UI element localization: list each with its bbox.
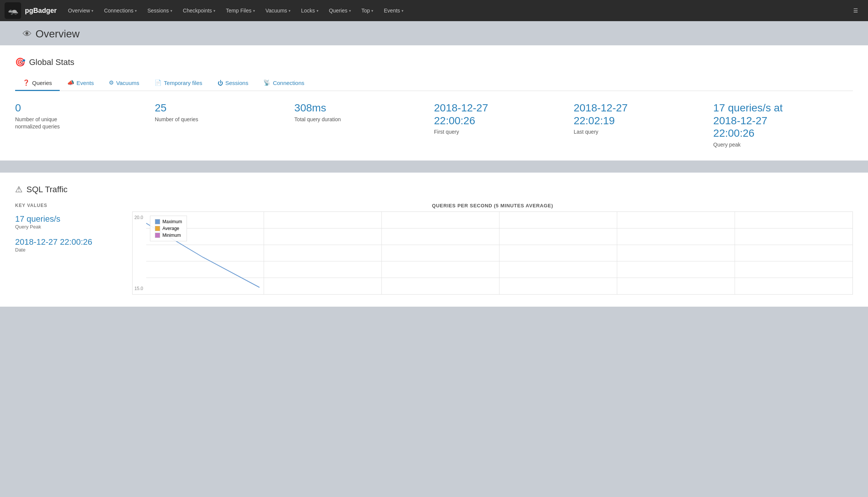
legend-item-average: Average <box>155 226 182 231</box>
chevron-down-icon: ▾ <box>253 9 255 13</box>
legend-color <box>155 233 160 238</box>
sql-traffic-title: ⚠ SQL Traffic <box>15 185 853 194</box>
tab-icon: ⏻ <box>218 80 223 86</box>
nav-item-top[interactable]: Top▾ <box>356 0 379 21</box>
stats-tabs: ❓Queries📣Events⚙Vacuums📄Temporary files⏻… <box>15 76 853 91</box>
legend-item-minimum: Minimum <box>155 233 182 238</box>
tab-sessions[interactable]: ⏻Sessions <box>210 76 256 91</box>
stat-item-5: 17 queries/s at2018-12-2722:00:26Query p… <box>713 102 853 148</box>
kv-label: Date <box>15 247 121 253</box>
stat-item-4: 2018-12-2722:02:19Last query <box>574 102 714 148</box>
nav-item-vacuums[interactable]: Vacuums▾ <box>260 0 296 21</box>
nav-item-queries[interactable]: Queries▾ <box>324 0 356 21</box>
chart-inner: MaximumAverageMinimum <box>146 212 853 294</box>
global-stats-card: 🎯 Global Stats ❓Queries📣Events⚙Vacuums📄T… <box>0 45 868 161</box>
stat-item-0: 0Number of uniquenormalized queries <box>15 102 155 148</box>
chevron-down-icon: ▾ <box>349 9 351 13</box>
tab-icon: ⚙ <box>109 79 114 86</box>
nav-item-locks[interactable]: Locks▾ <box>296 0 324 21</box>
global-stats-title: 🎯 Global Stats <box>15 57 853 67</box>
page-header: 👁 Overview <box>0 21 868 45</box>
chevron-down-icon: ▾ <box>213 9 215 13</box>
stat-value: 2018-12-2722:00:26 <box>434 102 574 127</box>
nav-item-sessions[interactable]: Sessions▾ <box>142 0 178 21</box>
stat-value: 2018-12-2722:02:19 <box>574 102 714 127</box>
nav-item-events[interactable]: Events▾ <box>378 0 409 21</box>
stat-label: Last query <box>574 128 714 136</box>
key-values-label: KEY VALUES <box>15 203 121 208</box>
chevron-down-icon: ▾ <box>371 9 373 13</box>
chevron-down-icon: ▾ <box>91 9 93 13</box>
stat-label: Query peak <box>713 141 853 149</box>
chevron-down-icon: ▾ <box>135 9 137 13</box>
chart-title: QUERIES PER SECOND (5 MINUTES AVERAGE) <box>132 203 853 208</box>
kv-value: 2018-12-27 22:00:26 <box>15 237 121 247</box>
legend-label: Maximum <box>162 219 182 224</box>
chart-area: 20.0 15.0 <box>132 211 853 295</box>
sql-traffic-card: ⚠ SQL Traffic KEY VALUES 17 queries/sQue… <box>0 173 868 307</box>
stats-icon: 🎯 <box>15 57 25 67</box>
nav-item-temp-files[interactable]: Temp Files▾ <box>221 0 260 21</box>
stats-row: 0Number of uniquenormalized queries25Num… <box>15 102 853 148</box>
stat-label: Total query duration <box>294 116 434 123</box>
brand-name: pgBadger <box>25 7 57 15</box>
legend-label: Minimum <box>162 233 181 238</box>
tab-temporary-files[interactable]: 📄Temporary files <box>147 76 210 91</box>
kv-value: 17 queries/s <box>15 214 121 224</box>
legend-color <box>155 219 160 224</box>
key-values-panel: KEY VALUES 17 queries/sQuery Peak2018-12… <box>15 203 128 295</box>
chevron-down-icon: ▾ <box>402 9 403 13</box>
tab-events[interactable]: 📣Events <box>60 76 102 91</box>
kv-label: Query Peak <box>15 224 121 230</box>
stat-label: First query <box>434 128 574 136</box>
stat-label: Number of uniquenormalized queries <box>15 116 155 131</box>
tab-icon: ❓ <box>23 79 30 86</box>
legend-item-maximum: Maximum <box>155 219 182 224</box>
page-title: Overview <box>36 28 80 40</box>
nav-item-overview[interactable]: Overview▾ <box>63 0 99 21</box>
traffic-icon: ⚠ <box>15 185 23 194</box>
chart-y-axis: 20.0 15.0 <box>133 212 146 294</box>
stat-item-2: 308msTotal query duration <box>294 102 434 148</box>
nav-item-checkpoints[interactable]: Checkpoints▾ <box>178 0 221 21</box>
kv-item-1: 2018-12-27 22:00:26Date <box>15 237 121 253</box>
tab-vacuums[interactable]: ⚙Vacuums <box>101 76 147 91</box>
brand-icon: 🦡 <box>5 2 21 19</box>
chevron-down-icon: ▾ <box>170 9 172 13</box>
main-nav: 🦡 pgBadger Overview▾Connections▾Sessions… <box>0 0 868 21</box>
kv-item-0: 17 queries/sQuery Peak <box>15 214 121 230</box>
chart-legend: MaximumAverageMinimum <box>150 216 187 241</box>
nav-item-connections[interactable]: Connections▾ <box>99 0 142 21</box>
legend-color <box>155 226 160 231</box>
chevron-down-icon: ▾ <box>317 9 318 13</box>
tab-icon: 📡 <box>263 79 270 86</box>
stat-value: 308ms <box>294 102 434 114</box>
chart-panel: QUERIES PER SECOND (5 MINUTES AVERAGE) 2… <box>128 203 853 295</box>
chevron-down-icon: ▾ <box>289 9 290 13</box>
stat-value: 25 <box>155 102 295 114</box>
stat-item-3: 2018-12-2722:00:26First query <box>434 102 574 148</box>
stat-item-1: 25Number of queries <box>155 102 295 148</box>
tab-queries[interactable]: ❓Queries <box>15 76 60 91</box>
legend-label: Average <box>162 226 179 231</box>
tab-icon: 📣 <box>67 79 74 86</box>
stat-label: Number of queries <box>155 116 295 123</box>
overview-eye-icon: 👁 <box>23 29 32 39</box>
stat-value: 17 queries/s at2018-12-2722:00:26 <box>713 102 853 140</box>
stat-value: 0 <box>15 102 155 114</box>
nav-last-item: ☰ <box>848 8 863 14</box>
tab-icon: 📄 <box>154 79 162 86</box>
tab-connections[interactable]: 📡Connections <box>256 76 312 91</box>
traffic-layout: KEY VALUES 17 queries/sQuery Peak2018-12… <box>15 203 853 295</box>
brand-logo[interactable]: 🦡 pgBadger <box>5 2 57 19</box>
